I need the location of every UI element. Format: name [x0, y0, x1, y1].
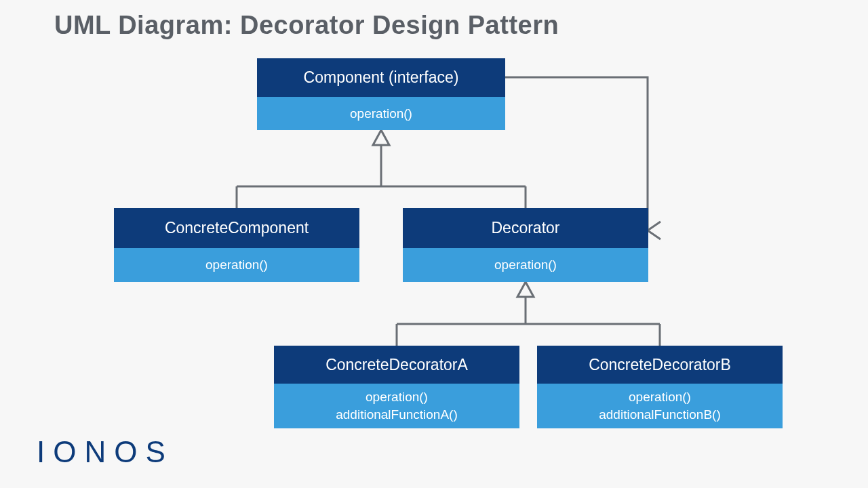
uml-op: operation(): [366, 388, 428, 406]
uml-class-ops: operation(): [114, 248, 359, 282]
uml-class-name: ConcreteDecoratorB: [537, 346, 783, 384]
diagram-stage: UML Diagram: Decorator Design Pattern Co…: [0, 0, 868, 488]
uml-class-concrete-component: ConcreteComponent operation(): [114, 208, 359, 282]
uml-op: operation(): [350, 105, 412, 123]
uml-class-name: Component (interface): [257, 58, 505, 97]
brand-logo: IONOS: [37, 435, 174, 469]
uml-class-ops: operation(): [403, 248, 648, 282]
page-title: UML Diagram: Decorator Design Pattern: [54, 11, 559, 40]
uml-class-name: Decorator: [403, 208, 648, 248]
uml-class-decorator: Decorator operation(): [403, 208, 648, 282]
uml-op: operation(): [205, 256, 268, 274]
uml-class-concrete-decorator-a: ConcreteDecoratorA operation() additiona…: [274, 346, 519, 428]
uml-op: additionalFunctionA(): [336, 406, 458, 424]
uml-class-name: ConcreteComponent: [114, 208, 359, 248]
arrowhead-generalization-icon: [373, 130, 389, 145]
arrowhead-open-icon: [648, 222, 660, 239]
uml-class-name: ConcreteDecoratorA: [274, 346, 519, 384]
uml-op: additionalFunctionB(): [599, 406, 721, 424]
uml-class-ops: operation() additionalFunctionA(): [274, 384, 519, 428]
uml-class-ops: operation() additionalFunctionB(): [537, 384, 783, 428]
uml-class-concrete-decorator-b: ConcreteDecoratorB operation() additiona…: [537, 346, 783, 428]
uml-op: operation(): [629, 388, 691, 406]
uml-class-ops: operation(): [257, 97, 505, 130]
uml-op: operation(): [494, 256, 557, 274]
arrowhead-generalization-icon: [517, 282, 534, 297]
uml-class-component: Component (interface) operation(): [257, 58, 505, 130]
